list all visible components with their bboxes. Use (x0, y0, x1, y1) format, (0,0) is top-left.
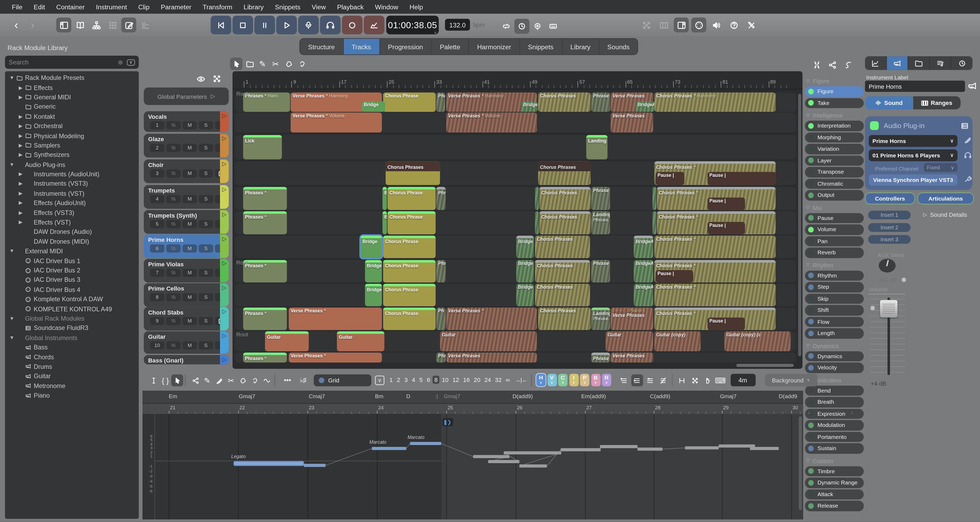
grid-division-32[interactable]: 32 (493, 376, 504, 384)
track-play-icon[interactable]: ▷ (222, 186, 226, 208)
grid-division-16[interactable]: 16 (461, 376, 472, 384)
unlink-button[interactable] (809, 57, 824, 72)
clip-phrases-[interactable]: Phrases ° (243, 211, 287, 234)
clip-phrases-[interactable]: Phrases ° (243, 187, 287, 210)
clip-verse-phrases-[interactable]: Verse Phrases ° Volume (446, 112, 537, 132)
tree-item-metronome[interactable]: Metronome (5, 381, 139, 390)
track-play-icon[interactable]: ▷ (222, 161, 226, 183)
edit-tool-ear[interactable] (249, 374, 261, 387)
clip-chorus-phrase[interactable]: Chorus Phrase (383, 307, 436, 330)
clip-phrases-[interactable]: Phrases ° (243, 353, 287, 363)
clip-bridgea[interactable]: BridgeA (634, 260, 653, 282)
solo-button[interactable]: S (199, 220, 213, 228)
clip-landing[interactable]: LandingPhrase. (591, 307, 610, 330)
param-reverb[interactable]: Reverb (805, 247, 864, 258)
time-display[interactable]: 01:00:38.05∨ (386, 16, 439, 34)
clip-chorus-phrases[interactable]: Chorus Phrases (535, 284, 590, 306)
clip-verse-phrases[interactable]: Verse Phrases (611, 353, 653, 363)
param-interpretation[interactable]: Interpretation (805, 121, 864, 131)
param-layer[interactable]: Layer (805, 155, 864, 166)
tree-item-external-midi[interactable]: ▼External MIDI (5, 247, 139, 256)
strum-button[interactable]: \\\ (166, 195, 181, 203)
tree-item-rack-module-presets[interactable]: ▼Rack Module Presets (5, 73, 139, 83)
clip-phr[interactable]: Phr (436, 353, 445, 363)
track-number[interactable]: 8 (150, 293, 164, 301)
param-pan[interactable]: Pan (805, 236, 864, 247)
clip-phr[interactable]: Phr (436, 187, 445, 210)
loop-toggle[interactable] (499, 19, 514, 33)
tree-item-samplers[interactable]: ▶Samplers (5, 140, 139, 150)
clip-bridgea[interactable]: BridgeA (634, 236, 653, 258)
clip-chorus-phrase[interactable]: Chorus Phrase (383, 236, 436, 258)
clip-bridgea[interactable]: BridgeA (636, 101, 654, 112)
param-lane-button-i[interactable]: I∨ (569, 374, 578, 386)
clip-landing[interactable]: Landing (586, 135, 608, 159)
play-button[interactable] (276, 16, 297, 34)
tree-item-effects[interactable]: ▶Effects (5, 83, 139, 92)
locate-toggle[interactable] (530, 19, 545, 33)
track-play-icon[interactable]: ▷ (222, 211, 226, 234)
track-vocals[interactable]: Vocals1\\\MS▷ (144, 111, 229, 132)
insert-3-button[interactable]: Insert 3 (868, 235, 911, 243)
track-chord-stabs[interactable]: Chord Stabs9\\\MS▷ (144, 307, 229, 331)
clip-chorus-phrase[interactable]: Chorus Phrase (383, 284, 436, 306)
track-play-icon[interactable]: ▷ (222, 236, 226, 258)
solo-button[interactable]: S (199, 269, 213, 277)
clip-phrases-[interactable]: Phrases ° (243, 260, 287, 282)
tree-item-iac-driver-bus-1[interactable]: IAC Driver Bus 1 (5, 256, 139, 266)
clip-chorus-phrase[interactable]: Chorus Phrase (387, 211, 436, 234)
clip-bridge[interactable]: Bridge (516, 284, 534, 306)
grid-enabled-checkbox[interactable]: ∨ (375, 376, 384, 385)
clip-guitar-copy-c[interactable]: Guitar (copy) (c (724, 331, 791, 351)
edit-tool-cursor[interactable] (171, 374, 183, 387)
clip-b[interactable]: B (382, 211, 387, 234)
mute-button[interactable]: M (182, 269, 197, 277)
tree-item-physical-modeling[interactable]: ▶Physical Modeling (5, 131, 139, 140)
clip-chorus-phrases[interactable]: Chorus Phrases (538, 307, 591, 330)
clear-search-icon[interactable]: ⊗ (118, 59, 123, 66)
clip-pause-[interactable]: Pause | (708, 221, 745, 234)
book-toggle[interactable] (72, 18, 88, 32)
tree-item-global-rack-modules[interactable]: ▼Global Rack Modules (5, 314, 139, 323)
note-segment[interactable] (638, 447, 663, 450)
align3-button[interactable] (644, 374, 656, 387)
solo-button[interactable]: S (199, 245, 213, 253)
menu-item-view[interactable]: View (306, 3, 331, 11)
tab-library[interactable]: Library (562, 39, 599, 55)
param-skip[interactable]: Skip (805, 293, 864, 304)
clip-phrases-[interactable]: Phrases ° (243, 307, 287, 330)
solo-button[interactable]: S (199, 317, 213, 325)
tools-toggle[interactable] (744, 18, 759, 32)
strum-button[interactable]: \\\ (166, 293, 181, 301)
strum-button[interactable]: \\\ (166, 220, 181, 228)
tree-item-chords[interactable]: Chords (5, 352, 139, 362)
edit-tool-sine[interactable] (261, 374, 273, 387)
track-number[interactable]: 6 (150, 245, 164, 253)
note-segment[interactable] (504, 451, 562, 454)
param-output[interactable]: Output (805, 190, 864, 200)
clip-verse-phrases[interactable]: Verse Phrases (446, 353, 537, 363)
list-toggle[interactable] (137, 18, 152, 32)
clip-bridge[interactable]: Bridge (516, 260, 534, 282)
tree-item-daw-drones-audio-[interactable]: DAW Drones (Audio) (5, 227, 139, 237)
param-timbre[interactable]: Timbre (805, 466, 864, 476)
arrange-tool-ear[interactable] (296, 57, 308, 70)
track-number[interactable]: 4 (150, 195, 164, 203)
tree-item-soundcase-fluidr3[interactable]: Soundcase FluidR3 (5, 323, 139, 333)
clip-verse-phrases-[interactable]: Verse Phrases ° (446, 307, 537, 330)
track-play-icon[interactable]: ▷ (222, 333, 226, 354)
tree-item-instruments-audiounit-[interactable]: ▶Instruments (AudioUnit) (5, 169, 139, 179)
instrument-icon-button[interactable] (967, 81, 977, 93)
clip-guitar[interactable]: Guitar (440, 331, 537, 351)
note-segment[interactable] (750, 447, 779, 450)
note-segment[interactable] (561, 448, 600, 451)
clip-bridge[interactable]: Bridge (516, 236, 534, 258)
track-play-icon[interactable]: ▷ (222, 112, 226, 132)
strum-button[interactable]: \\\ (166, 317, 181, 325)
param-lane-button-v[interactable]: V∨ (547, 374, 557, 386)
param-shift[interactable]: Shift (805, 305, 864, 315)
tree-item-global-instruments[interactable]: ▼Global Instruments (5, 333, 139, 342)
inspector-tab-chart[interactable] (865, 56, 886, 70)
grid-division-5[interactable]: 5 (418, 376, 425, 384)
edit-tool-pencil[interactable]: ✎ (201, 374, 213, 387)
